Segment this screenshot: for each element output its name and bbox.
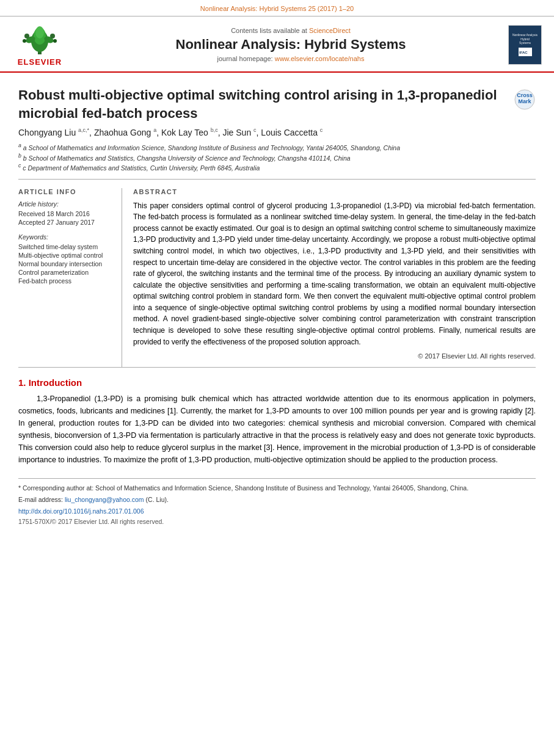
doi-footnote: http://dx.doi.org/10.1016/j.nahs.2017.01…: [18, 507, 536, 516]
article-title-section: Robust multi-objective optimal switching…: [18, 73, 536, 180]
issn-line: 1751-570X/© 2017 Elsevier Ltd. All right…: [18, 518, 536, 525]
article-title: Robust multi-objective optimal switching…: [18, 86, 508, 122]
svg-point-6: [24, 34, 29, 38]
author-jiesun: Jie Sun c,: [222, 128, 258, 137]
corresponding-text: Corresponding author at: School of Mathe…: [23, 484, 468, 492]
email-label: E-mail address:: [18, 496, 63, 503]
introduction-section: 1. Introduction 1,3-Propanediol (1,3-PD)…: [18, 368, 536, 466]
homepage-text: journal homepage:: [217, 55, 273, 62]
copyright-line: © 2017 Elsevier Ltd. All rights reserved…: [133, 352, 536, 360]
affiliation-a: a a School of Mathematics and Informatio…: [18, 142, 508, 151]
author-louis: Louis Caccetta c: [261, 128, 323, 137]
abstract-text: This paper considers optimal control of …: [133, 200, 536, 348]
affiliation-c: c c Department of Mathematics and Statis…: [18, 162, 508, 172]
keyword-2: Multi-objective optimal control: [18, 252, 115, 259]
authors-line: Chongyang Liu a,c,*, Zhaohua Gong a, Kok…: [18, 127, 508, 137]
svg-text:IFAC: IFAC: [519, 51, 528, 54]
contents-text: Contents lists available at: [231, 27, 307, 34]
keywords-section: Keywords: Switched time-delay system Mul…: [18, 233, 115, 285]
doi-link[interactable]: http://dx.doi.org/10.1016/j.nahs.2017.01…: [18, 507, 144, 515]
journal-thumbnail: Nonlinear AnalysisHybridSystems IFAC: [508, 25, 542, 65]
svg-point-3: [35, 26, 44, 38]
email-suffix: (C. Liu).: [146, 496, 169, 503]
abstract-label: ABSTRACT: [133, 188, 536, 195]
main-content: Robust multi-objective optimal switching…: [0, 73, 554, 537]
ifac-logo-icon: IFAC: [519, 48, 532, 56]
accepted-date: Accepted 27 January 2017: [18, 219, 115, 226]
elsevier-tree-icon: [18, 23, 61, 56]
sciencedirect-link[interactable]: ScienceDirect: [309, 27, 351, 34]
page-wrapper: Nonlinear Analysis: Hybrid Systems 25 (2…: [0, 0, 554, 756]
corresponding-footnote: * Corresponding author at: School of Mat…: [18, 484, 536, 493]
keyword-4: Control parameterization: [18, 269, 115, 276]
affiliation-b: b b School of Mathematics and Statistics…: [18, 153, 508, 162]
header-center: Contents lists available at ScienceDirec…: [79, 27, 502, 62]
elsevier-logo: ELSEVIER: [12, 23, 67, 67]
email-footnote: E-mail address: liu_chongyang@yahoo.com …: [18, 495, 536, 504]
svg-point-8: [23, 39, 26, 43]
email-link[interactable]: liu_chongyang@yahoo.com: [65, 496, 144, 503]
homepage-line: journal homepage: www.elsevier.com/locat…: [79, 55, 502, 62]
journal-title-display: Nonlinear Analysis: Hybrid Systems: [79, 37, 502, 53]
footnote-star: *: [18, 484, 21, 492]
section-title: 1. Introduction: [18, 377, 536, 388]
author-chongyang: Chongyang Liu a,c,*,: [18, 128, 92, 137]
svg-point-9: [53, 39, 57, 43]
intro-paragraph-1: 1,3-Propanediol (1,3-PD) is a promising …: [18, 393, 536, 466]
footnote-section: * Corresponding author at: School of Mat…: [18, 478, 536, 525]
svg-text:Mark: Mark: [518, 98, 531, 104]
journal-top-header: Nonlinear Analysis: Hybrid Systems 25 (2…: [0, 0, 554, 16]
article-title-text: Robust multi-objective optimal switching…: [18, 86, 508, 173]
received-date: Received 18 March 2016: [18, 210, 115, 217]
history-label: Article history:: [18, 200, 115, 208]
author-zhaohua: Zhaohua Gong a,: [94, 128, 159, 137]
contents-line: Contents lists available at ScienceDirec…: [79, 27, 502, 34]
header-band: ELSEVIER Contents lists available at Sci…: [0, 16, 554, 73]
svg-point-7: [50, 34, 55, 38]
svg-text:Cross: Cross: [517, 92, 533, 98]
journal-thumb-text: Nonlinear AnalysisHybridSystems: [512, 33, 538, 45]
journal-citation-link[interactable]: Nonlinear Analysis: Hybrid Systems 25 (2…: [200, 5, 354, 12]
article-history: Article history: Received 18 March 2016 …: [18, 200, 115, 226]
keyword-5: Fed-batch process: [18, 277, 115, 285]
crossmark-logo: Cross Mark: [514, 89, 536, 113]
abstract-column: ABSTRACT This paper considers optimal co…: [133, 188, 536, 368]
article-info-column: ARTICLE INFO Article history: Received 1…: [18, 188, 122, 368]
author-koklay: Kok Lay Teo b,c,: [161, 128, 221, 137]
article-info-abstract-section: ARTICLE INFO Article history: Received 1…: [18, 180, 536, 368]
affiliations: a a School of Mathematics and Informatio…: [18, 142, 508, 172]
article-info-label: ARTICLE INFO: [18, 188, 115, 195]
keywords-label: Keywords:: [18, 233, 115, 241]
keyword-3: Normal boundary intersection: [18, 260, 115, 267]
elsevier-brand-text: ELSEVIER: [18, 57, 62, 67]
homepage-link[interactable]: www.elsevier.com/locate/nahs: [275, 55, 365, 62]
keyword-1: Switched time-delay system: [18, 243, 115, 250]
